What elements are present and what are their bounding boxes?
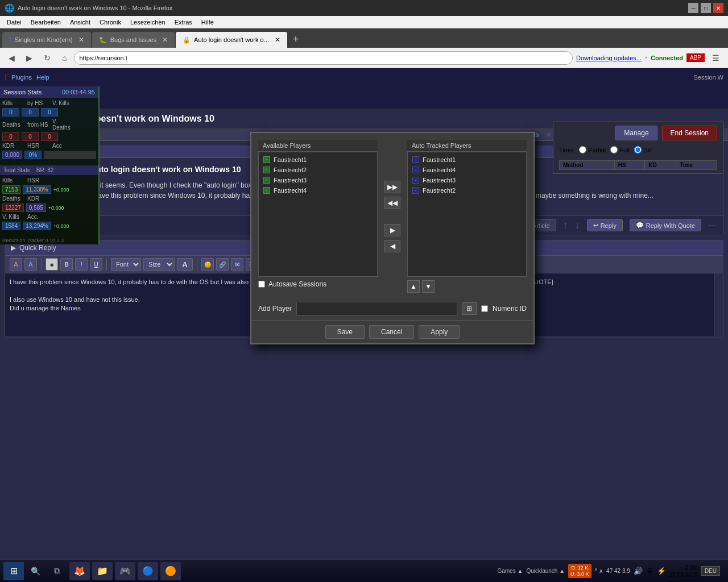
by-hs-label: by HS: [27, 100, 50, 106]
tab-close-3[interactable]: ✕: [275, 36, 280, 44]
menu-bearbeiten[interactable]: Bearbeiten: [26, 18, 65, 27]
autosave-checkbox[interactable]: [258, 281, 265, 288]
player-item-2[interactable]: + Faustrecht2: [261, 165, 375, 175]
session-timer: 00:03:44.95: [62, 89, 95, 95]
cancel-button[interactable]: Cancel: [369, 325, 414, 339]
tracked-item-1[interactable]: - Faustrecht1: [410, 155, 524, 165]
taskbar-firefox[interactable]: 🦊: [69, 562, 90, 580]
tracked-down-btn[interactable]: ▼: [422, 280, 435, 293]
manage-button[interactable]: Manage: [615, 126, 657, 140]
player-name-4: Faustrecht4: [274, 187, 307, 194]
tab-autologin[interactable]: 🔒 Auto login doesn't work o... ✕: [176, 32, 287, 48]
quote-reply-button[interactable]: 💬 Reply With Quote: [630, 219, 701, 231]
tracked-item-2[interactable]: - Faustrecht4: [410, 165, 524, 175]
minimize-button[interactable]: ─: [688, 3, 698, 13]
reload-button[interactable]: ↻: [40, 51, 55, 65]
font-selector[interactable]: Font: [111, 258, 141, 271]
tab-singles[interactable]: f Singles mit Kind(ern) ✕: [2, 32, 91, 48]
partial-radio[interactable]: Partial: [579, 146, 606, 153]
taskbar-app2[interactable]: 🔵: [138, 562, 158, 580]
menu-lesezeichen[interactable]: Lesezeichen: [126, 18, 170, 27]
editor-btn-format1[interactable]: A: [10, 258, 22, 271]
reply-button[interactable]: ↩ Reply: [587, 219, 623, 231]
downloading-link[interactable]: Downloading updates...: [576, 55, 642, 61]
dif-radio[interactable]: Dif: [634, 146, 651, 153]
total-kdr-val: 0,585: [26, 203, 46, 212]
tracked-item-4[interactable]: - Faustrecht2: [410, 185, 524, 196]
tracker-kdr-row: KDR HSR Acc: [2, 143, 96, 149]
adblock-button[interactable]: ABP: [686, 53, 705, 62]
toolbar-sep1: [41, 259, 42, 270]
apply-button[interactable]: Apply: [419, 325, 460, 339]
tab-bugs[interactable]: 🐛 Bugs and Issues ✕: [92, 32, 175, 48]
add-player-input[interactable]: [296, 302, 457, 315]
add-player-grid-btn[interactable]: ⊞: [462, 302, 477, 315]
forum-session-label: Session W: [693, 74, 723, 81]
editor-btn-color[interactable]: ■: [46, 258, 58, 271]
window-controls: ─ □ ✕: [688, 3, 723, 13]
taskbar: ⊞ 🔍 ⧉ 🦊 📁 🎮 🔵 🟠 Games ▲ Quicklaunch ▲ D:…: [0, 559, 728, 582]
editor-btn-link[interactable]: 🔗: [216, 258, 229, 271]
available-players-panel: + Faustrecht1 + Faustrecht2 + Faustrecht…: [258, 152, 378, 277]
editor-btn-email[interactable]: ✉: [231, 258, 243, 271]
available-players-section: Available Players + Faustrecht1 + Faustr…: [258, 140, 378, 293]
end-session-button[interactable]: End Session: [662, 126, 717, 140]
back-button[interactable]: ◀: [5, 51, 19, 65]
editor-btn-A-format[interactable]: A: [177, 258, 193, 271]
numeric-id-checkbox[interactable]: [481, 305, 488, 312]
transfer-all-left-btn[interactable]: ◀: [384, 240, 400, 252]
menu-datei[interactable]: Datei: [2, 18, 26, 27]
taskbar-ps2[interactable]: 🎮: [115, 562, 135, 580]
transfer-left-btn[interactable]: ◀◀: [384, 197, 400, 209]
player-item-1[interactable]: + Faustrecht1: [261, 155, 375, 165]
menu-chronik[interactable]: Chronik: [95, 18, 126, 27]
forum-plugins[interactable]: Plugins: [11, 74, 32, 81]
home-button[interactable]: ⌂: [58, 51, 71, 65]
tracker-deaths-vals: 0 0 0: [2, 132, 96, 141]
menu-hilfe[interactable]: Hilfe: [197, 18, 218, 27]
editor-btn-underline[interactable]: U: [90, 258, 102, 271]
tracker-version: Recursion Tracker 0.10.3.3: [0, 236, 98, 244]
transfer-right-btn[interactable]: ▶▶: [384, 181, 400, 193]
new-tab-button[interactable]: +: [288, 31, 304, 48]
toolbar-sep2: [106, 259, 107, 270]
deaths-val: 0: [2, 132, 19, 141]
manage-end-panel: Manage End Session Time: Partial Full Di…: [553, 122, 723, 174]
add-player-row: Add Player ⊞ Numeric ID: [251, 300, 533, 320]
save-button[interactable]: Save: [325, 325, 365, 339]
editor-btn-emoji[interactable]: 😊: [201, 258, 214, 271]
menu-button[interactable]: ☰: [708, 51, 723, 65]
tracked-up-btn[interactable]: ▲: [407, 280, 420, 293]
full-radio-input[interactable]: [610, 146, 618, 153]
size-selector[interactable]: Size: [143, 258, 175, 271]
player-item-3[interactable]: + Faustrecht3: [261, 175, 375, 185]
taskbar-explorer[interactable]: 📁: [92, 562, 113, 580]
taskbar-app3[interactable]: 🟠: [160, 562, 181, 580]
forum-help[interactable]: Help: [36, 74, 49, 81]
dif-radio-input[interactable]: [634, 146, 642, 153]
url-bar[interactable]: [74, 51, 573, 65]
search-button[interactable]: 🔍: [26, 562, 44, 580]
forward-button[interactable]: ▶: [22, 51, 36, 65]
task-view-button[interactable]: ⧉: [47, 562, 67, 580]
textarea-scrollbar[interactable]: [714, 273, 723, 338]
tab-close-2[interactable]: ✕: [162, 36, 168, 44]
total-vkills-row: V. Kills Acc.: [2, 214, 96, 220]
maximize-button[interactable]: □: [701, 3, 711, 13]
editor-btn-italic[interactable]: I: [75, 258, 88, 271]
language-badge[interactable]: DEU: [701, 566, 720, 576]
full-radio[interactable]: Full: [610, 146, 630, 153]
tracked-item-3[interactable]: - Faustrecht3: [410, 175, 524, 185]
player-item-4[interactable]: + Faustrecht4: [261, 185, 375, 196]
menu-ansicht[interactable]: Ansicht: [65, 18, 95, 27]
menu-extras[interactable]: Extras: [170, 18, 197, 27]
hs-col-header: HS: [614, 161, 645, 170]
start-button[interactable]: ⊞: [3, 562, 24, 580]
toolbar-sep3: [197, 259, 197, 270]
editor-btn-bold[interactable]: B: [60, 258, 73, 271]
tab-close-1[interactable]: ✕: [78, 36, 84, 44]
partial-radio-input[interactable]: [579, 146, 586, 153]
close-button[interactable]: ✕: [713, 3, 723, 13]
editor-btn-format2[interactable]: A: [24, 258, 37, 271]
transfer-all-right-btn[interactable]: ▶: [384, 224, 400, 236]
